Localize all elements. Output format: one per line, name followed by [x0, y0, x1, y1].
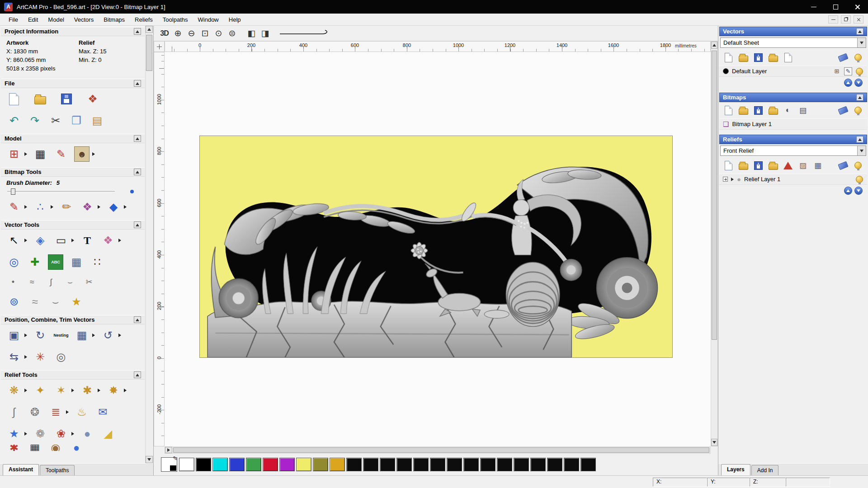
- create-point-icon[interactable]: •: [6, 276, 20, 288]
- menu-item[interactable]: Edit: [23, 14, 43, 25]
- collapse-project-information-button[interactable]: [134, 28, 141, 35]
- snap-dots-icon[interactable]: ∷: [90, 254, 105, 270]
- colour-swatch[interactable]: [380, 458, 395, 471]
- open-vector-layer-icon[interactable]: [738, 52, 749, 63]
- zoom-window-button[interactable]: ⊡: [199, 28, 211, 39]
- previous-view-button[interactable]: ◧: [245, 28, 258, 39]
- flyout-arrow-icon[interactable]: [51, 205, 53, 209]
- bitmap-levels-icon[interactable]: ▤: [797, 105, 808, 116]
- primary-secondary-colour-swatch[interactable]: ✎: [161, 457, 177, 472]
- collapse-bitmaps-button[interactable]: [856, 94, 863, 101]
- flyout-arrow-icon[interactable]: [24, 389, 27, 392]
- vertical-scrollbar[interactable]: [711, 41, 718, 446]
- cut-icon[interactable]: ✂: [48, 113, 63, 128]
- scrollbar-thumb[interactable]: [146, 35, 152, 71]
- relief-sculpt-icon[interactable]: ✦: [33, 383, 48, 398]
- move-layer-up-button[interactable]: [844, 79, 852, 87]
- menu-item[interactable]: Reliefs: [130, 14, 158, 25]
- align-vectors-icon[interactable]: ▣: [6, 328, 22, 343]
- flyout-arrow-icon[interactable]: [71, 389, 74, 392]
- view-3d-button[interactable]: 3D: [158, 28, 170, 39]
- open-model-icon[interactable]: [33, 91, 48, 107]
- flyout-arrow-icon[interactable]: [98, 205, 100, 209]
- scroll-up-button[interactable]: [711, 42, 717, 49]
- colour-swatch[interactable]: [346, 458, 362, 471]
- flower-relief-icon[interactable]: ❁: [33, 426, 48, 441]
- greyscale-image-icon[interactable]: ☻: [74, 146, 90, 162]
- node-cut-icon[interactable]: ✂: [82, 276, 96, 288]
- combo-dropdown-button[interactable]: [857, 146, 866, 155]
- colour-swatch[interactable]: [430, 458, 445, 471]
- colour-swatch[interactable]: [547, 458, 562, 471]
- flyout-arrow-icon[interactable]: [24, 239, 27, 242]
- flyout-arrow-icon[interactable]: [92, 152, 95, 156]
- pan-split-button[interactable]: [165, 447, 172, 453]
- relief-extra-3-icon[interactable]: ◉: [48, 445, 63, 451]
- collapse-position-button[interactable]: [134, 316, 141, 323]
- pencil-icon[interactable]: ✏: [59, 199, 74, 215]
- relief-deposit-icon[interactable]: ✶: [53, 383, 69, 398]
- colour-swatch[interactable]: [212, 458, 228, 471]
- layer-colour-swatch[interactable]: [723, 68, 729, 74]
- select-vectors-icon[interactable]: ↖: [6, 233, 22, 248]
- create-spiral-icon[interactable]: ◎: [6, 254, 22, 270]
- new-relief-layer-icon[interactable]: [723, 160, 734, 171]
- menu-item[interactable]: Bitmaps: [99, 14, 130, 25]
- flyout-arrow-icon[interactable]: [24, 152, 27, 156]
- colour-swatch[interactable]: [463, 458, 479, 471]
- paint-brush-icon[interactable]: ✎: [6, 199, 22, 215]
- new-vector-layer-icon[interactable]: [723, 52, 734, 63]
- flood-fill-icon[interactable]: ◆: [106, 199, 121, 215]
- circular-copy-icon[interactable]: ↻: [33, 328, 48, 343]
- spin-relief-icon[interactable]: ∫: [6, 404, 22, 420]
- combine-vectors-icon[interactable]: ❖: [100, 233, 116, 248]
- zoom-out-button[interactable]: ⊖: [185, 28, 198, 39]
- brush-diameter-slider[interactable]: [7, 188, 138, 195]
- fan-relief-icon[interactable]: ❀: [53, 426, 69, 441]
- drawing-canvas[interactable]: [165, 52, 711, 446]
- menu-item[interactable]: Vectors: [69, 14, 99, 25]
- scrollbar-thumb[interactable]: [712, 51, 717, 340]
- merge-relief-layers-icon[interactable]: [768, 160, 778, 171]
- colour-swatch[interactable]: [363, 458, 378, 471]
- relief-smooth-icon[interactable]: ❋: [6, 383, 22, 398]
- move-layer-down-button[interactable]: [854, 79, 863, 87]
- layer-visibility-icon[interactable]: [855, 67, 863, 75]
- pour-relief-icon[interactable]: ♨: [74, 404, 90, 420]
- menu-item[interactable]: Toolpaths: [158, 14, 193, 25]
- relief-layer-row[interactable]: ● Relief Layer 1: [719, 174, 867, 185]
- transform-vectors-icon[interactable]: ◈: [33, 233, 48, 248]
- menu-item[interactable]: Help: [224, 14, 246, 25]
- envelope-relief-icon[interactable]: ✉: [95, 404, 110, 420]
- horizontal-scrollbar[interactable]: [165, 446, 711, 454]
- zoom-fit-button[interactable]: ⊜: [226, 28, 238, 39]
- zoom-object-button[interactable]: ⊙: [212, 28, 225, 39]
- ruler-origin-button[interactable]: [154, 41, 165, 52]
- palette-tool-icon[interactable]: ❖: [80, 199, 95, 215]
- next-view-button[interactable]: ◨: [259, 28, 271, 39]
- close-button[interactable]: [846, 0, 868, 14]
- flyout-arrow-icon[interactable]: [24, 205, 27, 209]
- colour-swatch[interactable]: [313, 458, 328, 471]
- flyout-arrow-icon[interactable]: [24, 355, 27, 359]
- star-relief-icon[interactable]: ★: [6, 426, 22, 441]
- toggle-all-reliefs-icon[interactable]: [853, 160, 863, 171]
- import-image-icon[interactable]: ❖: [85, 91, 100, 107]
- block-copy-icon[interactable]: ▦: [74, 328, 90, 343]
- sphere-relief-icon[interactable]: ●: [80, 426, 95, 441]
- merge-bitmap-layers-icon[interactable]: [768, 105, 778, 116]
- save-vector-layer-icon[interactable]: [753, 52, 764, 63]
- copy-icon[interactable]: ❐: [69, 113, 84, 128]
- colour-swatch[interactable]: [413, 458, 429, 471]
- mirror-vectors-icon[interactable]: ⇆: [6, 349, 22, 365]
- zoom-in-button[interactable]: ⊕: [172, 28, 184, 39]
- colour-swatch[interactable]: [296, 458, 311, 471]
- colour-swatch[interactable]: [179, 458, 194, 471]
- relief-extra-4-icon[interactable]: ●: [69, 445, 84, 451]
- green-cross-icon[interactable]: ✚: [27, 254, 42, 270]
- set-model-size-icon[interactable]: ⊞: [6, 146, 22, 162]
- relief-grid-icon[interactable]: ▦: [812, 160, 823, 171]
- slider-thumb[interactable]: [11, 188, 15, 195]
- colour-swatch[interactable]: [480, 458, 495, 471]
- tab-add-in[interactable]: Add In: [751, 465, 779, 475]
